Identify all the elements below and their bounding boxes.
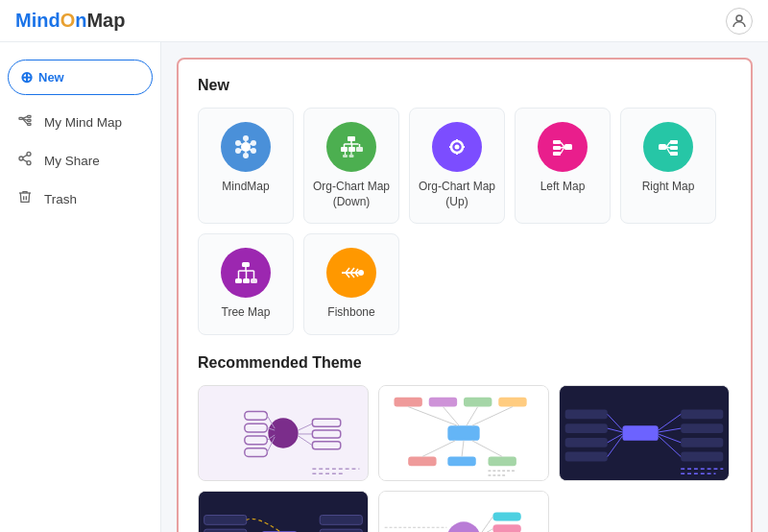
svg-rect-121 <box>681 451 723 461</box>
user-icon[interactable] <box>726 8 753 35</box>
svg-rect-98 <box>464 398 492 407</box>
map-label: Right Map <box>642 180 695 195</box>
svg-rect-47 <box>553 146 561 150</box>
svg-rect-46 <box>553 140 561 144</box>
new-label: New <box>38 70 64 85</box>
svg-rect-120 <box>681 438 723 447</box>
svg-point-19 <box>235 148 241 154</box>
sidebar-item-label: My Share <box>44 154 100 168</box>
theme-card-1[interactable] <box>198 385 369 481</box>
org-chart-up-icon <box>432 122 482 172</box>
svg-rect-55 <box>670 152 678 156</box>
sidebar-item-label: Trash <box>44 192 77 206</box>
logo-text: MindOnMap <box>15 10 125 32</box>
share-icon <box>15 151 35 170</box>
theme-card-5[interactable] <box>378 491 549 532</box>
svg-rect-54 <box>670 146 678 150</box>
svg-line-12 <box>23 155 28 157</box>
new-button[interactable]: ⊕ New <box>8 60 153 95</box>
svg-rect-53 <box>670 140 678 144</box>
svg-rect-3 <box>28 119 31 121</box>
svg-point-10 <box>27 161 31 165</box>
map-label: Left Map <box>540 180 586 195</box>
svg-point-8 <box>27 152 31 156</box>
svg-rect-116 <box>565 438 608 447</box>
map-label: MindMap <box>222 180 269 195</box>
map-item-fishbone[interactable]: Fishbone <box>303 233 399 335</box>
theme-card-4[interactable] <box>198 491 369 532</box>
svg-point-9 <box>19 157 23 160</box>
svg-rect-99 <box>498 398 526 407</box>
svg-point-14 <box>243 135 249 141</box>
header: MindOnMap <box>0 0 768 42</box>
map-item-org-chart-up[interactable]: Org-Chart Map (Up) <box>409 108 505 224</box>
svg-rect-29 <box>356 147 363 152</box>
svg-rect-118 <box>681 409 723 419</box>
tree-map-icon <box>221 248 271 298</box>
svg-rect-115 <box>565 423 608 433</box>
map-item-right-map[interactable]: Right Map <box>620 108 716 224</box>
svg-point-75 <box>358 270 364 276</box>
svg-rect-96 <box>394 398 421 407</box>
map-item-mindmap[interactable]: MindMap <box>198 108 294 224</box>
theme-card-2[interactable] <box>378 385 549 481</box>
svg-rect-132 <box>200 492 367 532</box>
map-item-tree-map[interactable]: Tree Map <box>198 233 294 335</box>
map-label: Tree Map <box>222 305 271 321</box>
svg-rect-143 <box>492 524 520 532</box>
svg-rect-104 <box>408 456 436 466</box>
left-map-icon <box>538 122 588 172</box>
svg-rect-117 <box>565 451 608 461</box>
mind-map-icon <box>15 112 35 132</box>
svg-rect-95 <box>447 425 479 441</box>
logo: MindOnMap <box>15 10 125 32</box>
svg-point-0 <box>736 15 742 21</box>
theme-grid <box>198 385 732 532</box>
svg-line-11 <box>23 159 28 162</box>
svg-rect-106 <box>488 456 516 466</box>
svg-rect-4 <box>28 123 31 125</box>
sidebar-item-label: My Mind Map <box>44 115 122 130</box>
svg-point-18 <box>235 140 241 146</box>
svg-rect-134 <box>204 515 247 524</box>
map-label: Fishbone <box>327 305 374 321</box>
trash-icon <box>15 189 35 208</box>
svg-rect-97 <box>429 398 457 407</box>
org-chart-down-icon <box>326 122 376 172</box>
svg-rect-62 <box>251 278 257 283</box>
svg-rect-2 <box>28 115 31 117</box>
map-label: Org-Chart Map (Down) <box>312 180 391 209</box>
theme-card-3[interactable] <box>559 385 730 481</box>
map-item-org-chart-down[interactable]: Org-Chart Map (Down) <box>303 108 399 224</box>
svg-point-77 <box>268 418 298 447</box>
svg-point-17 <box>243 153 249 158</box>
sidebar-item-trash[interactable]: Trash <box>0 180 160 218</box>
svg-rect-105 <box>447 456 475 466</box>
svg-rect-48 <box>553 152 561 156</box>
map-item-left-map[interactable]: Left Map <box>515 108 611 224</box>
svg-rect-26 <box>348 136 355 141</box>
sidebar: ⊕ New My Mind Map M <box>0 42 161 532</box>
sidebar-item-my-share[interactable]: My Share <box>0 141 160 180</box>
svg-rect-138 <box>320 515 362 524</box>
svg-rect-28 <box>348 147 355 152</box>
svg-rect-113 <box>622 425 658 441</box>
sidebar-item-my-mind-map[interactable]: My Mind Map <box>0 103 160 141</box>
svg-rect-1 <box>19 117 22 119</box>
svg-rect-36 <box>349 155 354 157</box>
theme-section-title: Recommended Theme <box>198 354 732 372</box>
svg-point-13 <box>241 142 251 152</box>
svg-rect-52 <box>659 144 666 150</box>
svg-rect-35 <box>343 155 348 157</box>
svg-rect-119 <box>681 423 723 433</box>
svg-rect-60 <box>235 278 242 283</box>
map-grid: MindMap <box>198 108 732 335</box>
svg-rect-114 <box>565 409 608 419</box>
svg-rect-61 <box>243 278 250 283</box>
svg-point-15 <box>251 140 256 146</box>
main-content: New <box>161 42 768 532</box>
svg-rect-142 <box>492 512 520 520</box>
svg-rect-59 <box>242 262 250 267</box>
new-section-title: New <box>198 77 732 94</box>
svg-line-49 <box>561 142 564 147</box>
